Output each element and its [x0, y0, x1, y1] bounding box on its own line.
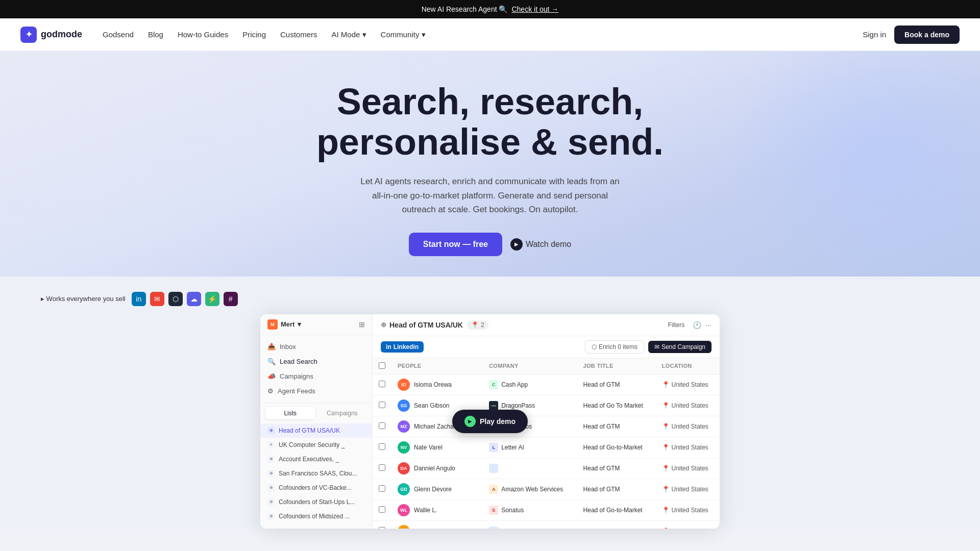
filters-button[interactable]: Filters	[664, 319, 689, 331]
table-header-bar: ⊕ Head of GTM USA/UK 📍 2 Filters 🕐 ···	[373, 314, 720, 336]
company-name-7: Hookdeck	[501, 528, 528, 529]
table-row[interactable]: WL Wallie L. S Sonatus Head of Go-to-Mar…	[373, 499, 720, 520]
play-icon: ▶	[510, 238, 523, 251]
book-demo-button[interactable]: Book a demo	[894, 26, 960, 44]
search-icon: 🔍	[267, 358, 276, 365]
person-avatar-6: WL	[398, 504, 410, 516]
row-checkbox-7[interactable]	[379, 527, 385, 529]
clock-icon-button[interactable]: 🕐	[693, 321, 701, 329]
headline-line2: personalise & send.	[316, 121, 664, 162]
integration-icons: in ✉ ⬡ ☁ ⚡ #	[132, 292, 238, 306]
location-cell-6: 📍 United States	[656, 499, 720, 520]
person-cell-0: IO Isioma Orewa	[391, 374, 483, 395]
company-cell-5: A Amazon Web Services	[483, 479, 577, 499]
sidebar-agent-feeds[interactable]: ⚙ Agent Feeds	[260, 384, 372, 398]
location-icon-4: 📍	[662, 465, 670, 472]
sidebar-inbox[interactable]: 📥 Inbox	[260, 339, 372, 354]
table-row[interactable]: NV Nate Varel L Letter AI Head of Go-to-…	[373, 437, 720, 458]
row-checkbox-4[interactable]	[379, 464, 385, 471]
sidebar-lead-search[interactable]: 🔍 Lead Search	[260, 354, 372, 369]
feeds-icon: ⚙	[267, 387, 274, 395]
job-cell-1: Head of Go To Market	[577, 395, 656, 416]
list-label-sf: San Francisco SAAS, Clou...	[279, 470, 357, 477]
person-cell-5: GD Glenn Devore	[391, 479, 483, 499]
list-item-ae[interactable]: ⊕ Account Executives, _	[260, 452, 372, 466]
person-avatar-7: KW	[398, 525, 410, 529]
hero-actions: Start now — free ▶ Watch demo	[409, 233, 571, 256]
nav-customers[interactable]: Customers	[280, 30, 317, 39]
table-row[interactable]: KW Kyle Weidman H Hookdeck Head of GTM 📍…	[373, 520, 720, 529]
agent-feeds-label: Agent Feeds	[278, 387, 315, 395]
row-checkbox-cell	[373, 395, 391, 416]
row-checkbox-3[interactable]	[379, 443, 385, 450]
table-row[interactable]: GD Glenn Devore A Amazon Web Services He…	[373, 479, 720, 499]
headline-line1: Search, research,	[337, 81, 643, 122]
sidebar-campaigns[interactable]: 📣 Campaigns	[260, 369, 372, 384]
nav-guides[interactable]: How-to Guides	[178, 30, 228, 39]
play-demo-overlay[interactable]: ▶ Play demo	[452, 410, 528, 433]
list-label-gtm: Head of GTM USA/UK	[279, 427, 340, 434]
leads-table: People Company Job title Location IO Isi…	[373, 358, 720, 529]
logo[interactable]: ✦ godmode	[20, 27, 82, 43]
campaigns-tab[interactable]: Campaigns	[317, 407, 368, 419]
send-campaign-button[interactable]: ✉ Send Campaign	[648, 341, 712, 353]
start-now-button[interactable]: Start now — free	[409, 233, 502, 256]
location-pin: 📍	[471, 321, 479, 329]
watch-demo-button[interactable]: ▶ Watch demo	[510, 238, 571, 251]
person-name-3: Nate Varel	[414, 444, 443, 451]
list-item-sf[interactable]: ⊕ San Francisco SAAS, Clou...	[260, 466, 372, 481]
company-cell-6: S Sonatus	[483, 499, 577, 520]
col-job: Job title	[577, 358, 656, 374]
list-item-uk[interactable]: ≡ UK Computer Security _	[260, 438, 372, 452]
list-label-vc: Cofounders of VC-Backe...	[279, 484, 352, 491]
list-title: ⊕ Head of GTM USA/UK	[381, 321, 463, 329]
enrich-button[interactable]: ⬡ Enrich 0 items	[585, 340, 644, 354]
header-actions: Filters 🕐 ···	[664, 319, 712, 331]
location-cell-7: 📍 United States	[656, 520, 720, 529]
location-icon-2: 📍	[662, 423, 670, 430]
row-checkbox-2[interactable]	[379, 422, 385, 429]
sidebar-toggle-button[interactable]: ⊞	[359, 320, 365, 329]
send-icon: ✉	[654, 343, 659, 350]
user-name: Mert	[281, 320, 295, 328]
list-item-mid[interactable]: ⊕ Cofounders of Midsized ...	[260, 509, 372, 523]
list-item-gtm[interactable]: ⊕ Head of GTM USA/UK	[260, 423, 372, 438]
lists-tab[interactable]: Lists	[265, 407, 315, 419]
company-name-1: DragonPass	[501, 402, 535, 409]
location-icon-3: 📍	[662, 444, 670, 451]
table-row[interactable]: SG Sean Gibson — DragonPass Head of Go T…	[373, 395, 720, 416]
nav-blog[interactable]: Blog	[148, 30, 163, 39]
nav-godsend[interactable]: Godsend	[103, 30, 134, 39]
nav-links: Godsend Blog How-to Guides Pricing Custo…	[103, 30, 863, 39]
row-checkbox-1[interactable]	[379, 402, 385, 408]
row-checkbox-6[interactable]	[379, 506, 385, 513]
announcement-cta[interactable]: Check it out →	[511, 5, 558, 13]
row-checkbox-0[interactable]	[379, 381, 385, 387]
row-checkbox-5[interactable]	[379, 485, 385, 492]
sidebar-tabs: Lists Campaigns	[260, 403, 372, 423]
nav-pricing[interactable]: Pricing	[242, 30, 266, 39]
salesforce-icon: ☁	[187, 292, 201, 306]
table-header-row: People Company Job title Location	[373, 358, 720, 374]
sidebar-header: M Mert ▾ ⊞	[260, 314, 372, 335]
list-item-vc[interactable]: ⊕ Cofounders of VC-Backe...	[260, 481, 372, 495]
location-cell-4: 📍 United States	[656, 458, 720, 479]
location-value-6: United States	[672, 507, 708, 514]
nav-community[interactable]: Community ▾	[381, 30, 426, 39]
table-toolbar: in Linkedin ⬡ Enrich 0 items ✉ Send Camp…	[373, 336, 720, 358]
list-label-mid: Cofounders of Midsized ...	[279, 513, 350, 520]
more-options-button[interactable]: ···	[705, 321, 712, 329]
table-row[interactable]: DA Danniel Angulo Head of GTM 📍 United S…	[373, 458, 720, 479]
job-cell-2: Head of GTM	[577, 416, 656, 437]
nav-aimode[interactable]: AI Mode ▾	[332, 30, 366, 39]
table-row[interactable]: IO Isioma Orewa C Cash App Head of GTM 📍…	[373, 374, 720, 395]
list-label-uk: UK Computer Security _	[279, 441, 345, 448]
enrich-label: Enrich 0 items	[599, 343, 638, 350]
location-cell-0: 📍 United States	[656, 374, 720, 395]
sidebar-nav: 📥 Inbox 🔍 Lead Search 📣 Campaigns ⚙ Agen…	[260, 335, 372, 403]
person-name-5: Glenn Devore	[414, 486, 452, 493]
sign-in-button[interactable]: Sign in	[863, 30, 886, 39]
select-all-checkbox[interactable]	[379, 362, 385, 369]
table-row[interactable]: MZ Michael Zacharski A Allora Labs Head …	[373, 416, 720, 437]
list-item-startup[interactable]: ⊕ Cofounders of Start-Ups L...	[260, 495, 372, 509]
